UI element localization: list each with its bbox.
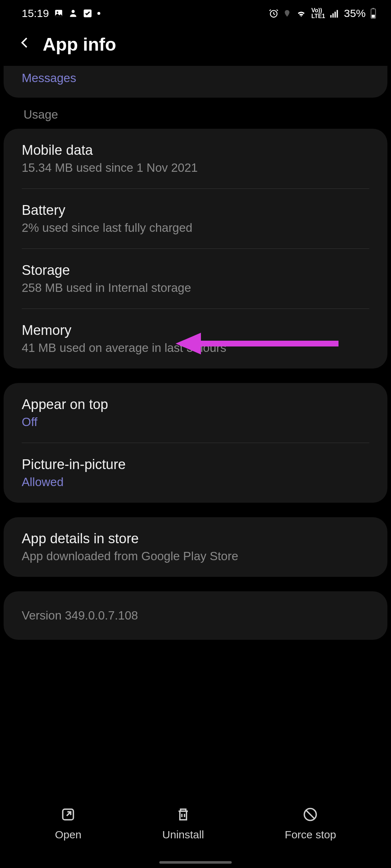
nav-handle[interactable] [159, 861, 232, 864]
battery-title: Battery [22, 203, 369, 218]
checkbox-icon [83, 9, 92, 18]
memory-title: Memory [22, 323, 369, 338]
uninstall-label: Uninstall [162, 829, 204, 841]
messaging-app-item[interactable]: Messages [4, 66, 387, 98]
store-sub: App downloaded from Google Play Store [22, 549, 369, 563]
svg-rect-7 [335, 12, 336, 17]
svg-rect-6 [332, 13, 334, 18]
person-icon [68, 9, 78, 18]
appear-on-top-value: Off [22, 415, 369, 429]
app-details-store-item[interactable]: App details in store App downloaded from… [4, 517, 387, 577]
store-card: App details in store App downloaded from… [4, 517, 387, 577]
force-stop-button[interactable]: Force stop [285, 805, 336, 841]
mobile-data-sub: 15.34 MB used since 1 Nov 2021 [22, 161, 369, 175]
more-dot-icon [97, 12, 100, 15]
svg-rect-5 [330, 15, 332, 18]
appear-on-top-title: Appear on top [22, 397, 369, 412]
alarm-icon [269, 8, 279, 18]
overlay-card: Appear on top Off Picture-in-picture All… [4, 383, 387, 503]
picture-icon [54, 9, 63, 18]
messaging-value: Messages [22, 71, 369, 85]
pip-item[interactable]: Picture-in-picture Allowed [4, 443, 387, 503]
svg-rect-11 [372, 15, 375, 18]
signal-icon [329, 8, 340, 18]
open-label: Open [55, 829, 81, 841]
usage-section-label: Usage [4, 108, 387, 129]
memory-item[interactable]: Memory 41 MB used on average in last 3 h… [4, 309, 387, 369]
appear-on-top-item[interactable]: Appear on top Off [4, 383, 387, 443]
battery-item[interactable]: Battery 2% used since last fully charged [4, 189, 387, 248]
version-text: Version 349.0.0.7.108 [22, 609, 369, 622]
status-bar: 15:19 Vo))LTE1 35% [0, 0, 391, 23]
trash-icon [174, 805, 192, 824]
app-header: App info [0, 23, 391, 66]
store-title: App details in store [22, 531, 369, 546]
location-icon [283, 9, 291, 17]
battery-percent: 35% [344, 7, 366, 20]
storage-item[interactable]: Storage 258 MB used in Internal storage [4, 249, 387, 309]
svg-line-16 [306, 810, 314, 818]
status-right: Vo))LTE1 35% [269, 7, 377, 20]
page-title: App info [43, 34, 116, 55]
volte-icon: Vo))LTE1 [311, 8, 325, 19]
usage-card: Mobile data 15.34 MB used since 1 Nov 20… [4, 129, 387, 369]
battery-icon [370, 8, 377, 19]
battery-sub: 2% used since last fully charged [22, 221, 369, 235]
stop-icon [301, 805, 319, 824]
content-area: Messages Usage Mobile data 15.34 MB used… [0, 66, 391, 640]
svg-point-2 [72, 10, 75, 13]
pip-value: Allowed [22, 475, 369, 489]
force-stop-label: Force stop [285, 829, 336, 841]
open-icon [59, 805, 77, 824]
mobile-data-title: Mobile data [22, 142, 369, 158]
wifi-icon [295, 8, 307, 18]
status-time: 15:19 [22, 7, 49, 20]
bottom-action-bar: Open Uninstall Force stop [0, 796, 391, 850]
open-button[interactable]: Open [55, 805, 81, 841]
storage-title: Storage [22, 263, 369, 278]
mobile-data-item[interactable]: Mobile data 15.34 MB used since 1 Nov 20… [4, 129, 387, 188]
svg-point-1 [57, 12, 58, 13]
svg-rect-8 [337, 10, 338, 18]
pip-title: Picture-in-picture [22, 457, 369, 472]
version-card: Version 349.0.0.7.108 [4, 591, 387, 640]
memory-sub: 41 MB used on average in last 3 hours [22, 341, 369, 355]
storage-sub: 258 MB used in Internal storage [22, 281, 369, 295]
back-icon[interactable] [18, 36, 32, 53]
status-left: 15:19 [22, 7, 100, 20]
uninstall-button[interactable]: Uninstall [162, 805, 204, 841]
